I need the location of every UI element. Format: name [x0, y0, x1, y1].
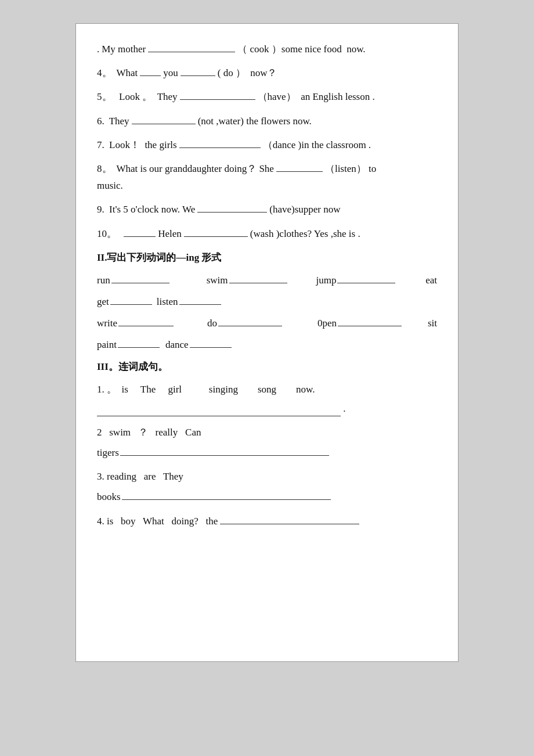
word-open: 0pen [317, 315, 337, 331]
line-num: 9. [97, 201, 104, 217]
line-text: Look！ the girls [107, 137, 177, 153]
ing-row-2: get listen [97, 294, 437, 309]
blank-do[interactable] [218, 316, 282, 327]
ing-cell-jump: jump [316, 272, 425, 288]
line-text: you [163, 65, 178, 81]
line-num: 8。 [97, 161, 112, 177]
blank-7[interactable] [179, 137, 261, 148]
line-text: They [107, 113, 129, 129]
word-get: get [97, 294, 109, 309]
blank-9[interactable] [197, 202, 267, 213]
line-num: 4。 [97, 65, 112, 81]
line-text: music. [97, 180, 123, 191]
ing-cell-get: get [97, 294, 152, 309]
ing-cell-paint: paint [97, 337, 160, 352]
blank-10a[interactable] [124, 226, 156, 237]
blank-5[interactable] [180, 89, 255, 100]
ing-cell-dance: dance [165, 337, 232, 352]
word-eat: eat [425, 272, 437, 288]
line-text: (not ,water) the flowers now. [198, 113, 312, 129]
line-text: （dance )in the classroom . [263, 137, 371, 153]
period: . [343, 403, 345, 414]
line-text: (have)supper now [269, 201, 340, 217]
blank-6[interactable] [132, 113, 196, 124]
word-sit: sit [428, 315, 437, 331]
word-run: run [97, 272, 110, 288]
blank-swim[interactable] [229, 272, 287, 283]
blank-run[interactable] [111, 272, 169, 283]
sentence-num: 4. is boy What doing? the [97, 513, 218, 529]
paren-text: （ cook ）some nice food now. [237, 41, 365, 57]
blank-listen[interactable] [179, 294, 221, 305]
line-text: It's 5 o'clock now. We [107, 201, 196, 217]
ing-cell-write: write [97, 315, 207, 331]
word-dance: dance [165, 337, 189, 352]
blank-sentence-1[interactable] [97, 405, 341, 416]
exercise-line-10: 10。 Helen (wash )clothes? Yes ,she is . [97, 226, 437, 242]
ing-row-4: paint dance [97, 337, 437, 352]
line-num: 10。 [97, 226, 117, 242]
blank-get[interactable] [110, 294, 152, 305]
ing-cell-swim: swim [207, 272, 316, 288]
ing-row-1: run swim jump eat [97, 272, 437, 288]
blank-write[interactable] [118, 316, 174, 327]
exercise-line-6: 6. They (not ,water) the flowers now. [97, 113, 437, 129]
line-text: What is our granddaughter doing？ She [114, 161, 274, 177]
ing-cell-do: do [207, 315, 317, 331]
line-text: now？ [250, 65, 277, 81]
blank-4a[interactable] [140, 66, 161, 77]
exercise-line-9: 9. It's 5 o'clock now. We (have)supper n… [97, 201, 437, 217]
sentence-words-3: 3. reading are They [97, 469, 437, 484]
line-num: 5。 [97, 89, 112, 105]
paren-text: （have） an English lesson . [258, 89, 375, 105]
line-text: My mother [102, 41, 146, 57]
line-text: （listen） to [325, 161, 376, 177]
sentence-item-3: 3. reading are They books [97, 469, 437, 505]
section3-title: III。连词成句。 [97, 359, 437, 375]
blank-jump[interactable] [337, 272, 395, 283]
exercise-line-7: 7. Look！ the girls （dance )in the classr… [97, 137, 437, 153]
exercise-line-5: 5。 Look 。 They （have） an English lesson … [97, 89, 437, 105]
sentence-item-1: 1. 。 is The girl singing song now. . [97, 381, 437, 416]
blank-sentence-3[interactable] [122, 488, 331, 499]
ing-cell-run: run [97, 272, 207, 288]
blank-sentence-2[interactable] [120, 444, 329, 455]
word-do: do [207, 315, 217, 331]
word-tigers: tigers [97, 445, 119, 460]
ing-cell-open: 0pen [317, 315, 428, 331]
exercise-line-dot: . My mother （ cook ）some nice food now. [97, 41, 437, 57]
sentence-item-4: 4. is boy What doing? the [97, 513, 437, 530]
sentence-item-2: 2 swim ？ really Can tigers [97, 424, 437, 460]
worksheet-page: . My mother （ cook ）some nice food now. … [75, 23, 459, 662]
sentence-words-2: 2 swim ？ really Can [97, 424, 437, 440]
ing-cell-listen: listen [157, 294, 221, 309]
line-text: (wash )clothes? Yes ,she is . [250, 226, 360, 242]
line-text: Look 。 They [114, 89, 178, 105]
word-listen: listen [157, 294, 178, 309]
ing-row-3: write do 0pen sit [97, 315, 437, 331]
sentence-num: 3. reading are They [97, 471, 183, 482]
word-paint: paint [97, 337, 117, 352]
blank-8[interactable] [276, 161, 323, 172]
exercise-line-4: 4。 What you ( do ） now？ [97, 65, 437, 81]
sentence-num: 2 swim ？ really Can [97, 427, 201, 438]
exercise-line-8: 8。 What is our granddaughter doing？ She … [97, 161, 437, 193]
line-num: 7. [97, 137, 104, 153]
line-text [119, 226, 121, 242]
line-text: What [114, 65, 138, 81]
line-num: 6. [97, 113, 104, 129]
sentence-words-1: 1. 。 is The girl singing song now. [97, 381, 437, 397]
blank-open[interactable] [338, 316, 402, 327]
blank-4b[interactable] [181, 66, 215, 77]
blank-sentence-4[interactable] [220, 513, 359, 524]
blank-dance[interactable] [190, 337, 232, 348]
word-write: write [97, 315, 117, 331]
blank-paint[interactable] [118, 337, 160, 348]
word-swim: swim [207, 272, 228, 288]
word-books: books [97, 489, 121, 505]
blank-10b[interactable] [184, 226, 248, 237]
line-num: . [97, 41, 99, 57]
blank-1[interactable] [148, 41, 235, 52]
section2-title: II.写出下列动词的—ing 形式 [97, 250, 437, 265]
sentence-num: 1. 。 is The girl singing song now. [97, 384, 315, 395]
